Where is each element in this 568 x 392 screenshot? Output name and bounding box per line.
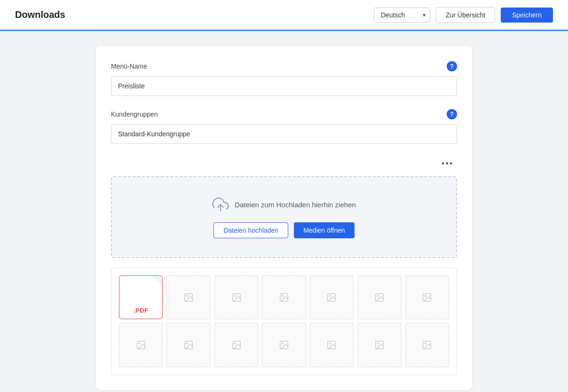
svg-point-8	[330, 295, 331, 297]
menu-name-label-row: Menü-Name ?	[111, 61, 457, 71]
file-cell[interactable]	[214, 275, 258, 319]
file-cell[interactable]	[310, 275, 354, 319]
svg-point-12	[425, 295, 426, 297]
upload-cloud-icon	[212, 196, 229, 213]
file-cell[interactable]	[310, 323, 354, 367]
file-cell[interactable]	[166, 323, 210, 367]
file-cell-pdf[interactable]: .PDF	[119, 275, 163, 319]
image-placeholder-icon	[231, 340, 242, 350]
image-placeholder-icon	[279, 292, 289, 303]
upload-buttons: Dateien hochladen Medien öffnen	[213, 222, 354, 238]
svg-point-6	[282, 295, 283, 297]
file-cell[interactable]	[214, 323, 258, 367]
open-media-button[interactable]: Medien öffnen	[294, 222, 354, 238]
pdf-corner-fold	[152, 276, 162, 286]
dots-icon: •••	[442, 159, 453, 168]
customer-groups-label: Kundengruppen	[111, 110, 158, 118]
upload-area[interactable]: Dateien zum Hochladen hierhin ziehen Dat…	[111, 176, 457, 258]
dots-menu-row: •••	[111, 157, 457, 171]
svg-point-2	[187, 295, 188, 297]
page-title: Downloads	[15, 9, 374, 20]
svg-point-14	[139, 343, 140, 345]
customer-groups-group: Kundengruppen ?	[111, 109, 457, 144]
menu-name-input[interactable]	[111, 76, 457, 96]
main-content: Menü-Name ? Kundengruppen ? •••	[0, 31, 568, 392]
image-placeholder-icon	[279, 340, 289, 350]
menu-name-group: Menü-Name ?	[111, 61, 457, 96]
image-placeholder-icon	[183, 340, 194, 350]
image-placeholder-icon	[422, 292, 432, 303]
svg-point-18	[234, 343, 236, 345]
save-button[interactable]: Speichern	[501, 8, 553, 23]
image-placeholder-icon	[374, 292, 385, 303]
upload-icon-text: Dateien zum Hochladen hierhin ziehen	[212, 196, 356, 213]
file-cell[interactable]	[119, 323, 163, 367]
language-selector-wrapper: Deutsch English Français ▾	[374, 8, 430, 23]
svg-point-20	[282, 343, 283, 345]
pdf-label: .PDF	[134, 307, 149, 314]
svg-point-22	[330, 343, 331, 345]
customer-groups-label-row: Kundengruppen ?	[111, 109, 457, 119]
svg-point-24	[377, 343, 379, 345]
customer-groups-input[interactable]	[111, 124, 457, 144]
header-actions: Deutsch English Français ▾ Zur Übersicht…	[374, 7, 553, 23]
file-cell[interactable]	[357, 323, 401, 367]
image-placeholder-icon	[374, 340, 385, 350]
image-placeholder-icon	[326, 340, 337, 350]
language-select[interactable]: Deutsch English Français	[374, 8, 430, 23]
file-cell[interactable]	[357, 275, 401, 319]
customer-groups-help-icon[interactable]: ?	[447, 109, 457, 119]
menu-name-label: Menü-Name	[111, 63, 147, 70]
overview-button[interactable]: Zur Übersicht	[436, 7, 495, 23]
file-cell[interactable]	[166, 275, 210, 319]
image-placeholder-icon	[183, 292, 194, 303]
menu-name-help-icon[interactable]: ?	[447, 61, 457, 71]
upload-files-button[interactable]: Dateien hochladen	[213, 222, 288, 238]
image-placeholder-icon	[422, 340, 432, 350]
file-grid-container: .PDF	[111, 267, 457, 375]
upload-drag-text: Dateien zum Hochladen hierhin ziehen	[235, 201, 356, 209]
file-cell[interactable]	[262, 275, 306, 319]
dots-menu-button[interactable]: •••	[438, 157, 457, 171]
svg-point-26	[425, 343, 426, 345]
header: Downloads Deutsch English Français ▾ Zur…	[0, 0, 568, 31]
image-placeholder-icon	[231, 292, 242, 303]
svg-point-10	[377, 295, 379, 297]
svg-point-4	[234, 295, 236, 297]
svg-point-16	[187, 343, 188, 345]
file-cell[interactable]	[405, 275, 449, 319]
file-cell[interactable]	[405, 323, 449, 367]
file-grid: .PDF	[119, 275, 449, 367]
image-placeholder-icon	[326, 292, 337, 303]
card: Menü-Name ? Kundengruppen ? •••	[96, 46, 472, 390]
file-cell[interactable]	[262, 323, 306, 367]
image-placeholder-icon	[136, 340, 146, 350]
